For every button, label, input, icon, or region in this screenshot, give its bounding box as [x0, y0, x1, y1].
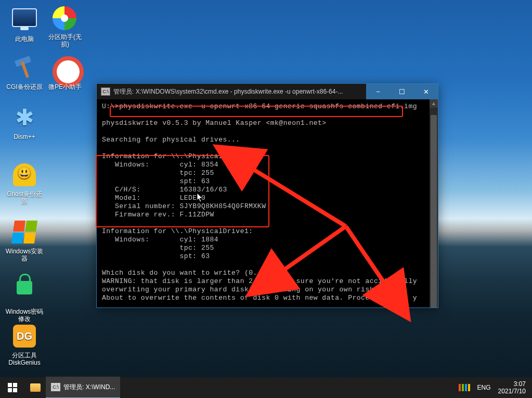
- clock-date: 2021/7/10: [498, 388, 526, 395]
- scrollbar-up-arrow[interactable]: ▲: [430, 99, 438, 108]
- desktop-icon-partition-assistant[interactable]: 分区助手(无损): [45, 6, 85, 48]
- folder-icon: [30, 383, 41, 392]
- desktop-icon-label: 此电脑: [4, 35, 45, 43]
- taskbar-active-label: 管理员: X:\WIND...: [63, 383, 115, 392]
- cmd-searching: Searching for physical drives...: [102, 136, 240, 144]
- desktop-icon-ghost[interactable]: Ghost备份还原: [4, 163, 45, 205]
- taskbar-active-cmd[interactable]: C:\ 管理员: X:\WIND...: [46, 377, 120, 398]
- cmd-command: physdiskwrite.exe -u openwrt-x86-64-gene…: [119, 102, 417, 110]
- cmd-title-bar[interactable]: C:\ 管理员: X:\WINDOWS\system32\cmd.exe - p…: [97, 84, 438, 99]
- desktop-icon-label: 分区工具DiskGenius: [4, 352, 45, 366]
- desktop-icon-label: Windows密码修改: [4, 308, 45, 323]
- start-button[interactable]: [0, 377, 25, 398]
- cmd-icon: C:\: [51, 383, 60, 391]
- cmd-user-answer-disk: 0: [275, 269, 279, 277]
- desktop-icon-diskgenius[interactable]: DG 分区工具DiskGenius: [4, 325, 45, 366]
- desktop-icon-label: Ghost备份还原: [4, 190, 45, 205]
- taskbar-clock[interactable]: 3:07 2021/7/10: [498, 380, 526, 395]
- cmd-drive1-header: Information for \\.\PhysicalDrive1:: [102, 227, 253, 235]
- window-maximize-button[interactable]: ☐: [390, 84, 414, 99]
- cmd-proceed-prompt: About to overwrite the contents of disk …: [102, 294, 413, 302]
- ime-flag-icon[interactable]: [459, 384, 470, 391]
- desktop-icon-label: CGI备份还原: [4, 83, 45, 91]
- desktop-icon-label: Windows安装器: [4, 248, 45, 262]
- scrollbar-thumb[interactable]: [431, 115, 437, 307]
- desktop-icon-dism[interactable]: Dism++: [4, 106, 45, 140]
- windows-logo-icon: [8, 383, 17, 392]
- cmd-which-disk: Which disk do you want to write? (0..1): [102, 269, 275, 277]
- desktop-icon-wepe[interactable]: 微PE小助手: [45, 56, 85, 91]
- cmd-drive0-header: Information for \\.\PhysicalDrive0:: [102, 152, 253, 160]
- ime-language[interactable]: ENG: [477, 384, 491, 391]
- cmd-prompt: U:\>: [102, 102, 119, 110]
- cmd-scrollbar[interactable]: ▲: [430, 99, 438, 307]
- window-close-button[interactable]: ✕: [414, 84, 438, 99]
- window-minimize-button[interactable]: −: [366, 84, 390, 99]
- desktop-icon-cgi-backup[interactable]: CGI备份还原: [4, 56, 45, 91]
- desktop-icon-label: 微PE小助手: [45, 83, 85, 91]
- cmd-warning: WARNING: that disk is larger than 2 GB! …: [102, 277, 417, 285]
- cmd-output[interactable]: U:\>physdiskwrite.exe -u openwrt-x86-64-…: [97, 99, 430, 307]
- taskbar[interactable]: C:\ 管理员: X:\WIND... ENG 3:07 2021/7/10: [0, 377, 532, 398]
- cmd-version: physdiskwrite v0.5.3 by Manuel Kasper <m…: [102, 119, 327, 127]
- desktop-icon-win-password[interactable]: Windows密码修改: [4, 273, 45, 323]
- desktop[interactable]: 此电脑 CGI备份还原 Dism++ Ghost备份还原 Windows安装器 …: [0, 0, 532, 398]
- taskbar-file-explorer[interactable]: [25, 377, 46, 398]
- desktop-icon-label: 分区助手(无损): [45, 33, 85, 48]
- cmd-window[interactable]: C:\ 管理员: X:\WINDOWS\system32\cmd.exe - p…: [96, 83, 438, 308]
- clock-time: 3:07: [498, 380, 526, 388]
- desktop-icon-win-installer[interactable]: Windows安装器: [4, 221, 45, 262]
- desktop-icon-this-pc[interactable]: 此电脑: [4, 6, 45, 43]
- cmd-title-text: 管理员: X:\WINDOWS\system32\cmd.exe - physd…: [113, 87, 366, 96]
- desktop-icon-label: Dism++: [4, 133, 45, 140]
- cmd-warning: overwriting your primary hard disk! Proc…: [102, 286, 387, 293]
- system-tray[interactable]: ENG 3:07 2021/7/10: [459, 380, 532, 395]
- cmd-user-answer-proceed: y: [413, 294, 417, 302]
- cmd-icon: C:\: [101, 87, 110, 96]
